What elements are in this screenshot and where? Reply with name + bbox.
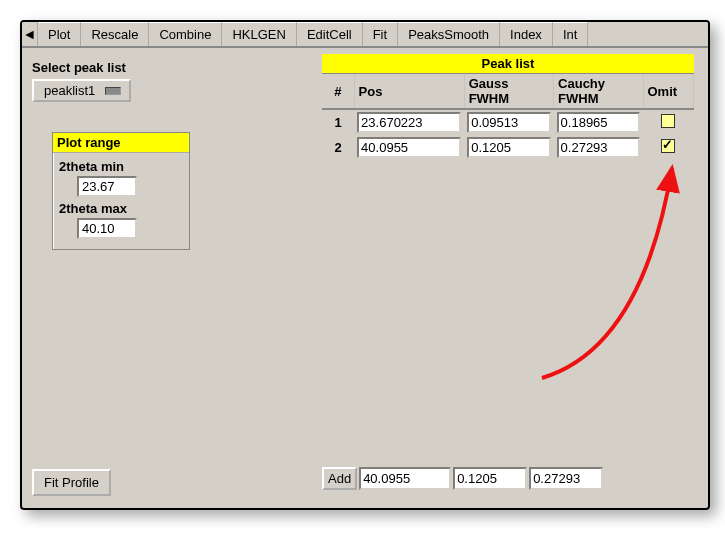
tab-plot[interactable]: Plot <box>38 22 81 46</box>
tab-index[interactable]: Index <box>500 22 553 46</box>
add-pos-input[interactable] <box>359 467 451 490</box>
peaklist-dropdown-value: peaklist1 <box>44 83 95 98</box>
plot-range-title: Plot range <box>53 133 189 153</box>
add-button[interactable]: Add <box>322 467 357 490</box>
col-omit: Omit <box>643 74 694 109</box>
tab-editcell[interactable]: EditCell <box>297 22 363 46</box>
tab-scroll-left-icon[interactable]: ◄ <box>22 22 38 46</box>
col-cauchy: Cauchy FWHM <box>554 74 643 109</box>
tab-fit[interactable]: Fit <box>363 22 398 46</box>
row-omit-checkbox[interactable] <box>661 139 675 153</box>
two-theta-min-input[interactable] <box>77 176 137 197</box>
peaklist-dropdown[interactable]: peaklist1 <box>32 79 131 102</box>
peak-table: # Pos Gauss FWHM Cauchy FWHM Omit 1 <box>322 74 694 160</box>
col-gauss: Gauss FWHM <box>464 74 553 109</box>
row-omit-checkbox[interactable] <box>661 114 675 128</box>
table-row: 1 <box>322 109 694 135</box>
col-pos: Pos <box>354 74 464 109</box>
row-cauchy-input[interactable] <box>557 137 640 158</box>
row-index: 2 <box>322 135 354 160</box>
row-pos-input[interactable] <box>357 112 461 133</box>
row-pos-input[interactable] <box>357 137 461 158</box>
table-row: 2 <box>322 135 694 160</box>
peak-list-panel: Peak list # Pos Gauss FWHM Cauchy FWHM O… <box>322 54 694 494</box>
tab-hklgen[interactable]: HKLGEN <box>222 22 296 46</box>
tab-bar: ◄ Plot Rescale Combine HKLGEN EditCell F… <box>22 22 708 48</box>
tab-int[interactable]: Int <box>553 22 588 46</box>
tab-rescale[interactable]: Rescale <box>81 22 149 46</box>
two-theta-min-label: 2theta min <box>59 159 183 174</box>
row-gauss-input[interactable] <box>467 112 550 133</box>
tab-combine[interactable]: Combine <box>149 22 222 46</box>
tab-peakssmooth[interactable]: PeaksSmooth <box>398 22 500 46</box>
row-gauss-input[interactable] <box>467 137 550 158</box>
dropdown-handle-icon <box>105 87 121 95</box>
fit-profile-button[interactable]: Fit Profile <box>32 469 111 496</box>
plot-range-panel: Plot range 2theta min 2theta max <box>52 132 190 250</box>
row-index: 1 <box>322 109 354 135</box>
select-peak-list-label: Select peak list <box>32 60 242 75</box>
two-theta-max-input[interactable] <box>77 218 137 239</box>
two-theta-max-label: 2theta max <box>59 201 183 216</box>
add-gauss-input[interactable] <box>453 467 527 490</box>
add-cauchy-input[interactable] <box>529 467 603 490</box>
peak-list-title: Peak list <box>322 54 694 74</box>
row-cauchy-input[interactable] <box>557 112 640 133</box>
col-num: # <box>322 74 354 109</box>
